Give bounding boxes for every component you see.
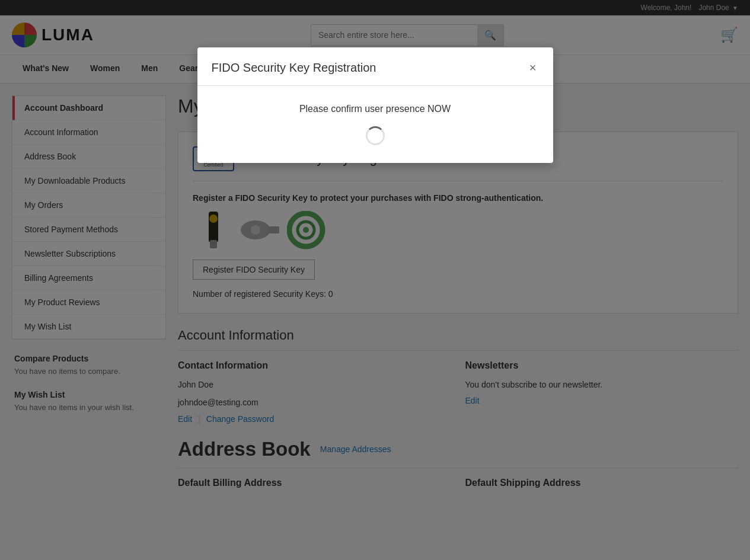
loading-spinner [366, 126, 385, 145]
modal-header: FIDO Security Key Registration × [197, 47, 553, 86]
modal-body: Please confirm user presence NOW [197, 86, 553, 163]
modal-overlay: FIDO Security Key Registration × Please … [0, 0, 750, 521]
modal-message: Please confirm user presence NOW [212, 104, 539, 114]
modal-close-button[interactable]: × [527, 59, 539, 76]
modal-title: FIDO Security Key Registration [212, 61, 376, 75]
fido-registration-modal: FIDO Security Key Registration × Please … [197, 47, 553, 163]
